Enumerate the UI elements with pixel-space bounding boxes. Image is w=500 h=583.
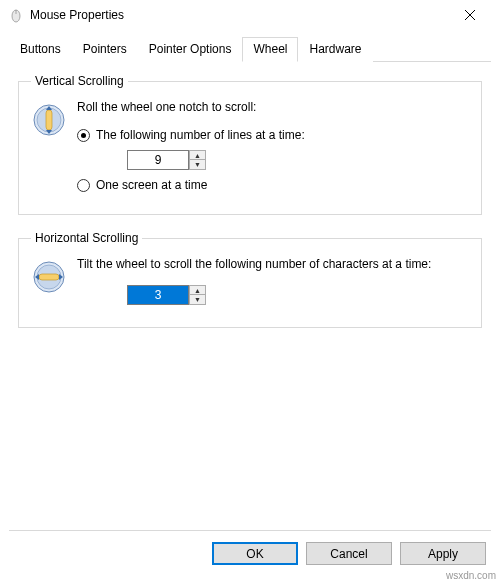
lines-spin-down[interactable]: ▼ — [189, 160, 206, 170]
close-button[interactable] — [447, 0, 492, 30]
apply-button[interactable]: Apply — [400, 542, 486, 565]
ok-button[interactable]: OK — [212, 542, 298, 565]
horizontal-scrolling-legend: Horizontal Scrolling — [31, 231, 142, 245]
horizontal-scrolling-group: Horizontal Scrolling Tilt the wheel to s… — [18, 231, 482, 328]
svg-rect-6 — [46, 110, 52, 130]
vertical-instruction: Roll the wheel one notch to scroll: — [77, 100, 469, 114]
button-bar-divider — [9, 530, 491, 531]
tab-content: Vertical Scrolling Roll the wheel one no… — [0, 62, 500, 356]
radio-lines-label: The following number of lines at a time: — [96, 128, 305, 142]
radio-screen[interactable] — [77, 179, 90, 192]
chars-spinner: ▲ ▼ — [127, 285, 469, 305]
chars-spin-down[interactable]: ▼ — [189, 295, 206, 305]
window-title: Mouse Properties — [30, 8, 447, 22]
radio-lines[interactable] — [77, 129, 90, 142]
title-bar: Mouse Properties — [0, 0, 500, 30]
tab-pointers[interactable]: Pointers — [72, 37, 138, 62]
vertical-scrolling-legend: Vertical Scrolling — [31, 74, 128, 88]
vertical-scrolling-group: Vertical Scrolling Roll the wheel one no… — [18, 74, 482, 215]
cancel-button[interactable]: Cancel — [306, 542, 392, 565]
dialog-button-bar: OK Cancel Apply — [212, 542, 486, 565]
radio-lines-row[interactable]: The following number of lines at a time: — [77, 128, 469, 142]
radio-screen-row[interactable]: One screen at a time — [77, 178, 469, 192]
tab-wheel[interactable]: Wheel — [242, 37, 298, 62]
tab-buttons[interactable]: Buttons — [9, 37, 72, 62]
horizontal-instruction: Tilt the wheel to scroll the following n… — [77, 257, 469, 271]
radio-screen-label: One screen at a time — [96, 178, 207, 192]
lines-spinner: ▲ ▼ — [127, 150, 469, 170]
lines-input[interactable] — [127, 150, 189, 170]
watermark: wsxdn.com — [446, 570, 496, 581]
svg-rect-11 — [39, 274, 59, 280]
chars-input[interactable] — [127, 285, 189, 305]
wheel-horizontal-icon — [31, 259, 67, 295]
tab-strip: Buttons Pointers Pointer Options Wheel H… — [9, 36, 491, 62]
lines-spin-up[interactable]: ▲ — [189, 150, 206, 160]
tab-pointer-options[interactable]: Pointer Options — [138, 37, 243, 62]
chars-spin-up[interactable]: ▲ — [189, 285, 206, 295]
wheel-vertical-icon — [31, 102, 67, 138]
tab-hardware[interactable]: Hardware — [298, 37, 372, 62]
mouse-icon — [8, 7, 24, 23]
